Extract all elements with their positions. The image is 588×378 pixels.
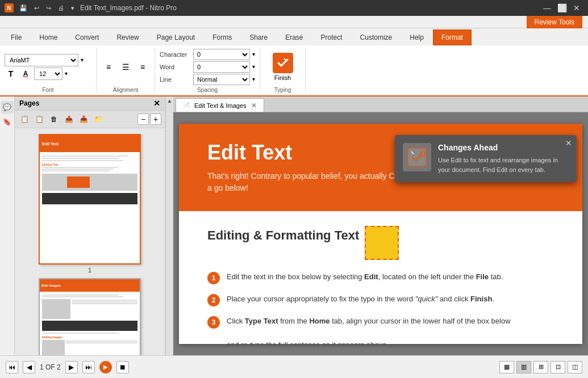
word-label: Word	[160, 64, 191, 70]
font-highlight-btn[interactable]: A	[19, 68, 32, 80]
character-dropdown[interactable]: ▾	[252, 51, 255, 57]
first-page-btn[interactable]: ⏮	[6, 361, 18, 373]
maximize-btn[interactable]: ⬜	[555, 2, 569, 14]
popup-icon	[403, 143, 431, 171]
font-size-dropdown[interactable]: ▾	[65, 70, 68, 77]
tab-protect[interactable]: Protect	[312, 30, 351, 45]
tab-home[interactable]: Home	[31, 30, 66, 45]
view-grid-btn[interactable]: ⊞	[533, 361, 548, 373]
page-2-thumbnail[interactable]: Edit Images	[39, 278, 141, 355]
print-btn[interactable]: 🖨	[56, 3, 66, 12]
character-spacing-select[interactable]: 0 1 2	[193, 49, 250, 60]
tab-format[interactable]: Format	[433, 30, 472, 45]
bookmark-icon[interactable]: 🔖	[1, 116, 14, 128]
tab-close-btn[interactable]: ✕	[251, 102, 257, 110]
tab-customize[interactable]: Customize	[352, 30, 401, 45]
word-dropdown[interactable]: ▾	[252, 64, 255, 70]
tab-review[interactable]: Review	[108, 30, 147, 45]
word-spacing-select[interactable]: 0 1 2	[193, 61, 250, 73]
tab-erase[interactable]: Erase	[277, 30, 311, 45]
tab-file[interactable]: File	[2, 30, 30, 45]
ribbon-tabs: File Home Convert Review Page Layout For…	[0, 28, 588, 45]
tab-share[interactable]: Share	[241, 30, 276, 45]
step-3-num: 3	[207, 316, 220, 329]
app-title: Edit Text_Images.pdf - Nitro Pro	[80, 4, 177, 12]
next-page-btn[interactable]: ▶	[65, 361, 78, 373]
spacing-group-label: Spacing	[197, 86, 218, 93]
prev-page-btn[interactable]: ◀	[23, 361, 35, 373]
step-1-text: Edit the text in the box below by select…	[227, 271, 503, 283]
spacing-controls: Character 0 1 2 ▾ Word 0 1 2 ▾ Line	[160, 48, 255, 86]
view-fit-btn[interactable]: ⊡	[551, 361, 565, 373]
doc-tab[interactable]: 📄 Edit Text & Images ✕	[176, 98, 264, 112]
pdf-step-1: 1 Edit the text in the box below by sele…	[207, 271, 554, 284]
view-double-btn[interactable]: ▥	[516, 361, 531, 373]
play-btn[interactable]: ▶	[99, 361, 112, 373]
line-dropdown[interactable]: ▾	[252, 76, 255, 82]
popup-close-btn[interactable]: ✕	[565, 138, 572, 148]
svg-rect-0	[408, 148, 426, 166]
sidebar-title: Pages	[19, 99, 39, 107]
font-group-label: Font	[42, 86, 53, 93]
scroll-up-icon[interactable]: ▲	[167, 98, 173, 104]
last-page-btn[interactable]: ⏭	[82, 361, 95, 373]
font-size-select[interactable]: 12 8 10 14 16 18	[34, 68, 62, 80]
finish-label: Finish	[274, 74, 291, 81]
sidebar-move-down-btn[interactable]: 📥	[77, 113, 90, 125]
page-1-thumbnail[interactable]: Edit Text Editing This	[39, 134, 141, 264]
status-bar: ⏮ ◀ 1 OF 2 ▶ ⏭ ▶ ⏹ ▦ ▥ ⊞ ⊡ ◫	[0, 355, 588, 378]
sidebar: Pages ✕ 📋 📋 🗑 📤 📥 📁 − +	[15, 96, 165, 355]
sidebar-toolbar: 📋 📋 🗑 📤 📥 📁 − +	[15, 111, 165, 128]
sidebar-copy-btn[interactable]: 📋	[33, 113, 45, 125]
changes-popup: Changes Ahead Use Edit to fix text and r…	[395, 135, 577, 182]
pdf-step-2: 2 Place your cursor appropriately to fix…	[207, 293, 554, 306]
sidebar-close-btn[interactable]: ✕	[153, 99, 160, 108]
align-left-btn[interactable]: ≡	[101, 60, 116, 74]
dropdown-btn[interactable]: ▾	[69, 3, 77, 13]
page-thumb-1[interactable]: Edit Text Editing This	[19, 134, 160, 274]
save-btn[interactable]: 💾	[17, 3, 30, 13]
ribbon-group-alignment: ≡ ☰ ≡ Alignment	[97, 48, 155, 93]
redo-btn[interactable]: ↪	[44, 3, 53, 13]
character-spacing-row: Character 0 1 2 ▾	[160, 49, 255, 60]
review-tools-label: Review Tools	[527, 16, 582, 28]
page-info: 1 OF 2	[40, 363, 61, 371]
undo-btn[interactable]: ↩	[32, 3, 41, 13]
pages-panel: Edit Text Editing This	[15, 128, 165, 355]
font-name-row: AriaMT Arial Times New Roman ▾	[5, 54, 91, 66]
font-size-row: T A 12 8 10 14 16 18 ▾	[5, 68, 91, 80]
status-right: ▦ ▥ ⊞ ⊡ ◫	[499, 361, 582, 373]
align-right-btn[interactable]: ≡	[135, 60, 150, 74]
tab-pagelayout[interactable]: Page Layout	[148, 30, 203, 45]
yellow-text-box	[365, 226, 399, 260]
step-2-num: 2	[207, 294, 220, 306]
line-spacing-select[interactable]: Normal 1.5 2.0	[193, 74, 250, 85]
tab-help[interactable]: Help	[401, 30, 432, 45]
page-1-label: 1	[88, 267, 91, 274]
view-scroll-btn[interactable]: ◫	[568, 361, 582, 373]
close-btn[interactable]: ✕	[570, 2, 583, 14]
tab-convert[interactable]: Convert	[66, 30, 107, 45]
minimize-btn[interactable]: —	[540, 2, 554, 14]
chat-icon[interactable]: 💬	[1, 101, 14, 114]
align-center-btn[interactable]: ☰	[118, 60, 133, 74]
pdf-section-title: Editing & Formatting Text	[207, 228, 359, 243]
stop-btn[interactable]: ⏹	[116, 361, 129, 373]
sidebar-move-up-btn[interactable]: 📤	[62, 113, 75, 125]
sidebar-delete-btn[interactable]: 🗑	[48, 113, 60, 125]
font-name-select[interactable]: AriaMT Arial Times New Roman	[5, 54, 78, 66]
zoom-out-btn[interactable]: −	[137, 114, 149, 125]
finish-button[interactable]: Finish	[266, 50, 299, 84]
tab-bar: 📄 Edit Text & Images ✕	[173, 96, 588, 112]
app-body: 💬 🔖 Pages ✕ 📋 📋 🗑 📤 📥 📁 − +	[0, 96, 588, 378]
page-thumb-2[interactable]: Edit Images	[19, 278, 160, 355]
sidebar-export-btn[interactable]: 📁	[92, 113, 105, 125]
sidebar-new-btn[interactable]: 📋	[18, 113, 31, 125]
app-icon: N	[5, 3, 14, 12]
font-text-btn[interactable]: T	[5, 68, 17, 80]
alignment-controls: ≡ ☰ ≡	[101, 48, 150, 86]
tab-forms[interactable]: Forms	[204, 30, 240, 45]
view-single-btn[interactable]: ▦	[499, 361, 514, 373]
font-dropdown-icon[interactable]: ▾	[81, 57, 84, 63]
zoom-in-btn[interactable]: +	[150, 114, 161, 125]
